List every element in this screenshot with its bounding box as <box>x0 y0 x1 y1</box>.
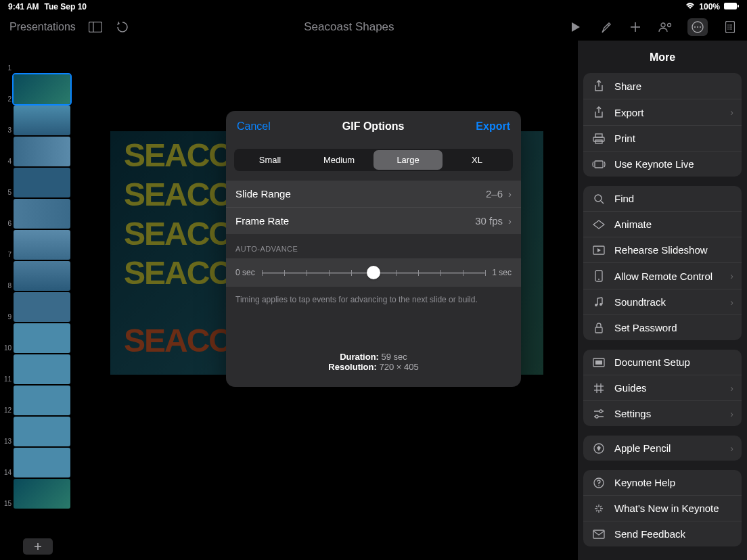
size-xl[interactable]: XL <box>443 150 512 170</box>
more-item-guides[interactable]: Guides› <box>583 375 742 401</box>
pencil-icon <box>591 443 606 454</box>
svg-rect-42 <box>593 530 604 538</box>
more-item-print[interactable]: Print <box>583 126 742 151</box>
row-value: 30 fps <box>475 215 503 227</box>
duration-label: Duration: <box>340 352 379 362</box>
size-small[interactable]: Small <box>235 150 304 170</box>
settings-icon <box>591 409 606 419</box>
more-item-label: Settings <box>614 408 730 419</box>
undo-icon[interactable] <box>115 20 130 34</box>
slide-range-row[interactable]: Slide Range 2–6 › <box>226 181 521 208</box>
more-item-document-setup[interactable]: Document Setup <box>583 350 742 375</box>
slide-thumbnail[interactable] <box>14 292 70 322</box>
svg-point-9 <box>694 26 696 28</box>
auto-advance-slider[interactable]: 0 sec 1 sec <box>226 258 521 287</box>
slide-number: 8 <box>0 282 14 291</box>
navigator-slide-13[interactable]: 13 <box>0 417 76 446</box>
svg-point-11 <box>700 26 701 28</box>
svg-point-13 <box>727 24 729 26</box>
slide-thumbnail[interactable] <box>14 74 70 104</box>
more-item-export[interactable]: Export› <box>583 99 742 126</box>
slide-thumbnail[interactable] <box>14 323 70 353</box>
svg-rect-2 <box>89 22 101 32</box>
more-item-animate[interactable]: Animate <box>583 212 742 237</box>
row-label: Slide Range <box>235 188 486 200</box>
slide-thumbnail[interactable] <box>14 106 70 135</box>
navigator-slide-10[interactable]: 10 <box>0 323 76 353</box>
more-item-allow-remote-control[interactable]: Allow Remote Control› <box>583 263 742 289</box>
navigator-slide-6[interactable]: 6 <box>0 199 76 229</box>
navigator-slide-8[interactable]: 8 <box>0 261 76 291</box>
more-item-label: Rehearse Slideshow <box>614 244 733 256</box>
navigator-slide-14[interactable]: 14 <box>0 448 76 477</box>
presentations-back-button[interactable]: Presentations <box>9 21 76 33</box>
navigator-slide-1[interactable]: 1 <box>0 43 76 73</box>
add-icon[interactable] <box>628 20 643 34</box>
more-item-label: Animate <box>614 218 733 230</box>
navigator-slide-3[interactable]: 3 <box>0 106 76 135</box>
slide-thumbnail[interactable] <box>14 230 70 260</box>
export-meta: Duration: 59 sec Resolution: 720 × 405 <box>226 318 521 387</box>
more-item-rehearse-slideshow[interactable]: Rehearse Slideshow <box>583 237 742 263</box>
slide-thumbnail[interactable] <box>14 386 70 415</box>
size-medium[interactable]: Medium <box>304 150 374 170</box>
export-button[interactable]: Export <box>476 120 510 133</box>
slide-thumbnail[interactable] <box>14 448 70 477</box>
more-item-send-feedback[interactable]: Send Feedback <box>583 521 742 546</box>
slide-thumbnail[interactable] <box>14 479 70 509</box>
slide-thumbnail[interactable] <box>14 137 70 166</box>
format-brush-icon[interactable] <box>598 20 613 34</box>
more-item-label: Keynote Help <box>614 477 733 488</box>
cancel-button[interactable]: Cancel <box>237 120 271 133</box>
frame-rate-row[interactable]: Frame Rate 30 fps › <box>226 208 521 234</box>
more-item-keynote-help[interactable]: Keynote Help <box>583 470 742 496</box>
collab-icon[interactable] <box>658 20 673 34</box>
more-item-soundtrack[interactable]: Soundtrack› <box>583 289 742 315</box>
svg-point-38 <box>595 415 598 418</box>
slide-thumbnail[interactable] <box>14 354 70 384</box>
navigator-slide-12[interactable]: 12 <box>0 386 76 415</box>
slide-thumbnail[interactable] <box>14 199 70 229</box>
slide-thumbnail[interactable] <box>14 168 70 197</box>
slide-thumbnail[interactable] <box>14 417 70 446</box>
play-icon[interactable] <box>568 20 583 34</box>
slider-track[interactable] <box>262 272 486 274</box>
slider-thumb[interactable] <box>367 266 380 279</box>
svg-line-24 <box>601 201 604 204</box>
sidebar-icon[interactable] <box>88 20 103 34</box>
more-item-apple-pencil[interactable]: Apple Pencil› <box>583 436 742 461</box>
slide-thumbnail[interactable] <box>14 261 70 291</box>
more-item-share[interactable]: Share <box>583 73 742 99</box>
more-icon[interactable] <box>687 18 708 36</box>
svg-point-23 <box>595 195 602 202</box>
print-icon <box>591 133 606 144</box>
more-item-label: Apple Pencil <box>614 442 730 454</box>
document-icon[interactable] <box>723 20 738 34</box>
svg-rect-32 <box>595 360 602 365</box>
slide-thumbnail[interactable] <box>14 43 70 73</box>
more-item-set-password[interactable]: Set Password <box>583 315 742 340</box>
add-slide-button[interactable] <box>23 538 53 555</box>
slider-max-label: 1 sec <box>492 268 512 277</box>
navigator-slide-2[interactable]: 2 <box>0 74 76 104</box>
slide-navigator[interactable]: 123456789101112131415 <box>0 41 76 560</box>
slide-number: 5 <box>0 189 14 197</box>
resolution-label: Resolution: <box>328 362 377 372</box>
help-icon <box>591 477 606 488</box>
more-item-find[interactable]: Find <box>583 186 742 212</box>
navigator-slide-4[interactable]: 4 <box>0 137 76 166</box>
more-item-use-keynote-live[interactable]: Use Keynote Live <box>583 151 742 177</box>
navigator-slide-9[interactable]: 9 <box>0 292 76 322</box>
navigator-slide-5[interactable]: 5 <box>0 168 76 197</box>
svg-point-7 <box>668 24 671 27</box>
more-item-settings[interactable]: Settings› <box>583 401 742 426</box>
size-segmented-control[interactable]: SmallMediumLargeXL <box>234 149 513 171</box>
navigator-slide-11[interactable]: 11 <box>0 354 76 384</box>
navigator-slide-7[interactable]: 7 <box>0 230 76 260</box>
chevron-right-icon: › <box>730 271 733 281</box>
navigator-slide-15[interactable]: 15 <box>0 479 76 509</box>
size-large[interactable]: Large <box>374 150 443 170</box>
more-item-what-s-new-in-keynote[interactable]: What's New in Keynote <box>583 496 742 521</box>
status-date: Tue Sep 10 <box>45 2 87 11</box>
live-icon <box>591 160 606 169</box>
